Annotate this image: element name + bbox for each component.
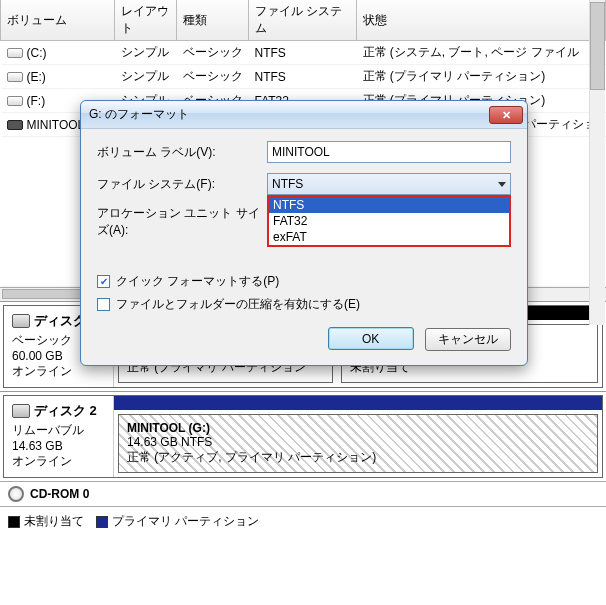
volume-row[interactable]: (C:) シンプル ベーシック NTFS 正常 (システム, ブート, ページ … [1, 41, 606, 65]
fs-option-ntfs[interactable]: NTFS [269, 197, 509, 213]
fs-option-exfat[interactable]: exFAT [269, 229, 509, 245]
col-type[interactable]: 種類 [177, 0, 249, 41]
hdd-icon [12, 314, 30, 328]
partition-minitool[interactable]: MINITOOL (G:) 14.63 GB NTFS 正常 (アクティブ, プ… [118, 414, 598, 473]
filesystem-combo[interactable]: NTFS [267, 173, 511, 195]
format-dialog: G: のフォーマット ✕ ボリューム ラベル(V): ファイル システム(F):… [80, 100, 528, 366]
quick-format-checkbox[interactable]: ✔ [97, 275, 110, 288]
fs-option-fat32[interactable]: FAT32 [269, 213, 509, 229]
filesystem-dropdown: NTFS FAT32 exFAT [267, 195, 511, 247]
vscroll-thumb[interactable] [590, 2, 605, 90]
col-layout[interactable]: レイアウト [115, 0, 177, 41]
label-volume: ボリューム ラベル(V): [97, 144, 267, 161]
label-allocation: アロケーション ユニット サイズ(A): [97, 205, 267, 239]
compress-checkbox[interactable] [97, 298, 110, 311]
ok-button[interactable]: OK [328, 327, 414, 350]
drive-icon [7, 120, 23, 130]
label-filesystem: ファイル システム(F): [97, 176, 267, 193]
dialog-titlebar[interactable]: G: のフォーマット ✕ [81, 101, 527, 129]
hdd-icon [12, 404, 30, 418]
drive-icon [7, 48, 23, 58]
legend: 未割り当て プライマリ パーティション [0, 506, 606, 536]
drive-icon [7, 96, 23, 106]
swatch-primary [96, 516, 108, 528]
volume-row[interactable]: (E:) シンプル ベーシック NTFS 正常 (プライマリ パーティション) [1, 65, 606, 89]
cancel-button[interactable]: キャンセル [425, 328, 511, 351]
compress-label: ファイルとフォルダーの圧縮を有効にする(E) [116, 296, 360, 313]
quick-format-label: クイック フォーマットする(P) [116, 273, 279, 290]
disk-info[interactable]: ディスク 2 リムーバブル 14.63 GB オンライン [4, 396, 114, 477]
volume-label-input[interactable] [267, 141, 511, 163]
col-volume[interactable]: ボリューム [1, 0, 115, 41]
cdrom-icon [8, 486, 24, 502]
col-status[interactable]: 状態 [357, 0, 606, 41]
disk-2-pane: ディスク 2 リムーバブル 14.63 GB オンライン MINITOOL (G… [0, 391, 606, 478]
cdrom-row[interactable]: CD-ROM 0 [0, 481, 606, 506]
chevron-down-icon [498, 182, 506, 187]
close-button[interactable]: ✕ [489, 106, 523, 124]
vscroll-track[interactable] [589, 0, 605, 325]
col-fs[interactable]: ファイル システム [249, 0, 357, 41]
swatch-unallocated [8, 516, 20, 528]
dialog-title: G: のフォーマット [89, 106, 489, 123]
drive-icon [7, 72, 23, 82]
